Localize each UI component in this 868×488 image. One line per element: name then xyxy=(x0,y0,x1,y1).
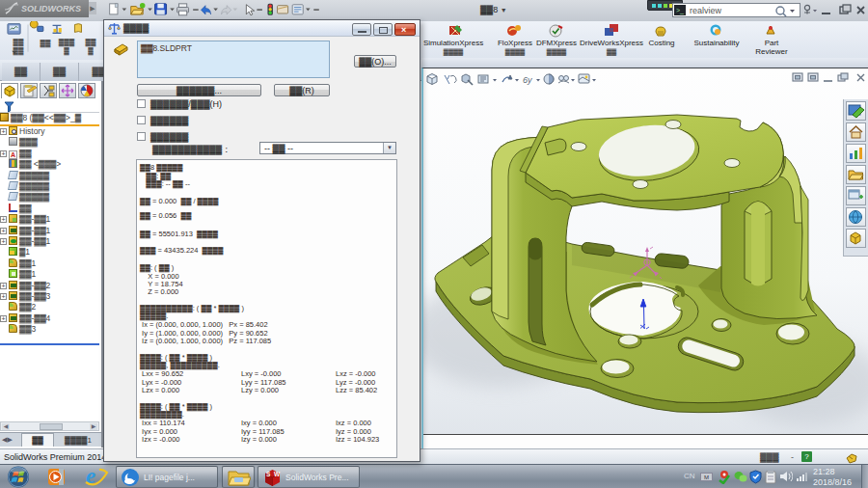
svg-text:6y: 6y xyxy=(523,75,532,85)
svg-text:W: W xyxy=(274,471,281,477)
svg-text:S: S xyxy=(266,471,271,477)
